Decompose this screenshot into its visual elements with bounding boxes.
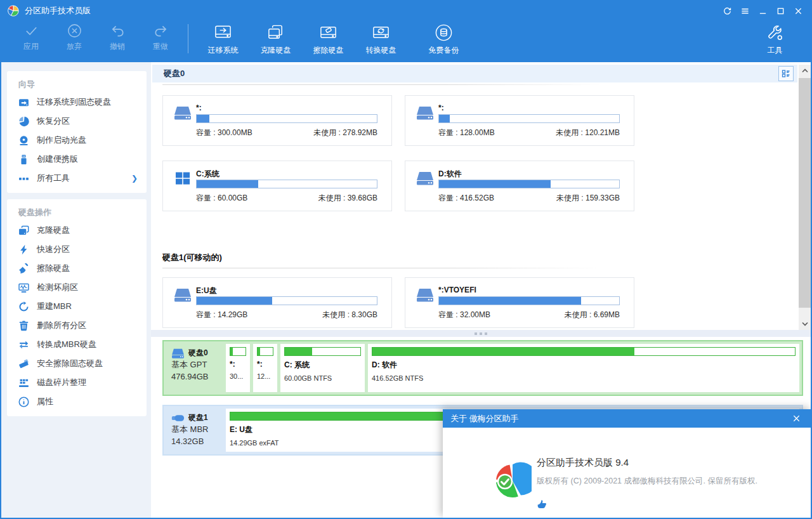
hard-drive-icon xyxy=(174,106,192,120)
usb-drive-icon xyxy=(171,413,185,423)
usage-bar xyxy=(196,114,377,123)
broom-icon xyxy=(18,263,29,274)
windows-logo-icon xyxy=(174,171,192,185)
scroll-down-icon[interactable] xyxy=(799,318,811,330)
vertical-scrollbar[interactable] xyxy=(799,65,811,330)
hard-drive-icon xyxy=(171,348,185,358)
block-size: 12... xyxy=(257,372,273,380)
usage-bar xyxy=(230,347,246,356)
partition-card[interactable]: E:U盘 容量 : 14.29GB 未使用 : 8.30GB xyxy=(162,277,392,328)
discard-icon xyxy=(67,23,82,39)
hard-drive-icon xyxy=(416,171,434,185)
toolbar-migrate-os-button[interactable]: 迁移系统 xyxy=(197,23,249,56)
toolbar-redo-button[interactable]: 重做 xyxy=(142,23,179,52)
toolbar-undo-button[interactable]: 撤销 xyxy=(99,23,136,52)
usage-bar xyxy=(438,180,620,188)
minimize-icon[interactable] xyxy=(754,3,771,18)
sidebar-item-disk-defrag[interactable]: 磁盘碎片整理 xyxy=(7,373,147,392)
toolbar-free-backup-button[interactable]: 免费备份 xyxy=(418,23,469,56)
disk1-info: 硬盘1 基本 MBR 14.32GB xyxy=(166,409,226,452)
sidebar-item-create-portable[interactable]: 创建便携版 xyxy=(7,150,147,169)
block-size: 416.52GB NTFS xyxy=(372,374,796,382)
hard-drive-icon xyxy=(174,288,192,302)
sidebar-item-all-tools[interactable]: 所有工具 ❯ xyxy=(7,169,147,188)
panel-splitter[interactable] xyxy=(151,330,811,337)
toolbar-big-group: 迁移系统 克隆硬盘 擦除硬盘 转换硬盘 免费备份 xyxy=(197,20,469,56)
window-controls xyxy=(718,3,807,18)
menu-icon[interactable] xyxy=(736,3,754,18)
chevron-right-icon: ❯ xyxy=(131,174,138,183)
block-name: *: xyxy=(257,360,273,369)
sidebar-item-convert-to-mbr[interactable]: 转换成MBR硬盘 xyxy=(7,335,147,354)
titlebar: 分区助手技术员版 xyxy=(1,1,811,20)
pointer-hand-icon xyxy=(536,497,548,509)
aomei-logo-icon xyxy=(491,461,532,501)
info-icon xyxy=(18,397,29,407)
unused-label: 未使用 : 6.69MB xyxy=(565,310,620,320)
sidebar: 向导 迁移系统到固态硬盘 恢复分区 制作启动光盘 创建便携版 所有工具 ❯ 硬盘… xyxy=(1,62,151,518)
sidebar-item-delete-all-partitions[interactable]: 删除所有分区 xyxy=(7,316,147,335)
scroll-up-icon[interactable] xyxy=(799,65,811,77)
toolbar-wipe-disk-button[interactable]: 擦除硬盘 xyxy=(303,23,354,56)
partition-card[interactable]: C:系统 容量 : 60.00GB 未使用 : 39.68GB xyxy=(162,161,392,211)
view-toggle-icon[interactable] xyxy=(778,66,794,81)
sidebar-item-make-boot-disc[interactable]: 制作启动光盘 xyxy=(7,131,147,150)
disk-map-block[interactable]: C: 系统 60.00GB NTFS xyxy=(280,344,365,392)
unused-label: 未使用 : 39.68GB xyxy=(318,193,377,204)
sidebar-item-secure-erase-ssd[interactable]: 安全擦除固态硬盘 xyxy=(7,354,147,373)
sidebar-item-rebuild-mbr[interactable]: 重建MBR xyxy=(7,297,147,316)
toolbar-apply-button[interactable]: 应用 xyxy=(13,23,49,52)
disk-map-block[interactable]: *: 30... xyxy=(226,344,250,392)
disk0-size: 476.94GB xyxy=(171,371,226,383)
hard-drive-icon xyxy=(416,288,434,302)
refresh-icon[interactable] xyxy=(718,3,736,18)
disk0-title: 硬盘0 xyxy=(164,68,185,79)
maximize-icon[interactable] xyxy=(771,3,789,18)
toolbar-convert-disk-button[interactable]: 转换硬盘 xyxy=(355,23,407,56)
toolbar-clone-disk-button[interactable]: 克隆硬盘 xyxy=(250,23,301,56)
capacity-label: 容量 : 60.00GB xyxy=(196,193,247,204)
partition-card[interactable]: *:VTOYEFI 容量 : 32.00MB 未使用 : 6.69MB xyxy=(405,277,634,328)
sidebar-item-properties[interactable]: 属性 xyxy=(7,392,147,411)
sidebar-item-quick-partition[interactable]: 快速分区 xyxy=(7,240,147,259)
unused-label: 未使用 : 159.33GB xyxy=(556,193,620,204)
close-icon[interactable] xyxy=(789,3,807,18)
sidebar-item-recover-partition[interactable]: 恢复分区 xyxy=(7,112,147,131)
trash-icon xyxy=(18,320,29,331)
block-size: 30... xyxy=(230,372,246,380)
capacity-label: 容量 : 300.00MB xyxy=(196,128,252,138)
sidebar-item-wipe-disk[interactable]: 擦除硬盘 xyxy=(7,259,147,278)
hard-drive-icon xyxy=(416,106,434,120)
partition-card[interactable]: *: 容量 : 128.00MB 未使用 : 120.21MB xyxy=(405,95,634,146)
partition-name: C:系统 xyxy=(196,169,219,180)
drive-arrow-icon xyxy=(18,97,29,108)
dialog-close-icon[interactable] xyxy=(789,412,803,426)
toolbar-discard-button[interactable]: 放弃 xyxy=(56,23,93,52)
disk-map-row-disk0[interactable]: 硬盘0 基本 GPT 476.94GB *: 30... *: 12... C:… xyxy=(162,340,803,396)
usage-bar xyxy=(438,114,620,123)
toolbar-small-group: 应用 放弃 撤销 重做 xyxy=(13,20,185,52)
app-window: 分区助手技术员版 应用 放弃 撤销 重做 迁移系统 克隆硬盘 擦除硬盘 转换硬盘 xyxy=(0,0,812,519)
partition-card[interactable]: D:软件 容量 : 416.52GB 未使用 : 159.33GB xyxy=(405,161,634,211)
disk-map-block[interactable]: *: 12... xyxy=(253,344,277,392)
wipe-disk-icon xyxy=(318,23,338,43)
partition-card[interactable]: *: 容量 : 300.00MB 未使用 : 278.92MB xyxy=(162,95,392,146)
disk0-section-header: 硬盘0 xyxy=(152,65,797,82)
usage-bar xyxy=(196,296,377,305)
sidebar-section: 硬盘操作 克隆硬盘 快速分区 擦除硬盘 检测坏扇区 重建MBR 删除所有分区 xyxy=(7,199,147,416)
partition-name: *:VTOYEFI xyxy=(438,286,476,294)
sidebar-section: 向导 迁移系统到固态硬盘 恢复分区 制作启动光盘 创建便携版 所有工具 ❯ xyxy=(7,71,147,193)
tools-button[interactable]: 工具 xyxy=(749,23,801,56)
sidebar-item-migrate-to-ssd[interactable]: 迁移系统到固态硬盘 xyxy=(7,93,147,112)
about-dialog-titlebar[interactable]: 关于 傲梅分区助手 xyxy=(443,409,811,428)
block-size: 60.00GB NTFS xyxy=(284,374,361,382)
block-name: C: 系统 xyxy=(284,360,361,371)
scrollbar-thumb[interactable] xyxy=(799,78,811,308)
disk-map-block[interactable]: D: 软件 416.52GB NTFS xyxy=(368,344,799,392)
capacity-label: 容量 : 416.52GB xyxy=(438,193,494,204)
convert-disk-icon xyxy=(371,23,391,43)
clone2-icon xyxy=(18,225,29,236)
usage-bar xyxy=(284,347,361,356)
sidebar-item-clone-disk[interactable]: 克隆硬盘 xyxy=(7,221,147,240)
sidebar-item-check-bad-sectors[interactable]: 检测坏扇区 xyxy=(7,278,147,297)
